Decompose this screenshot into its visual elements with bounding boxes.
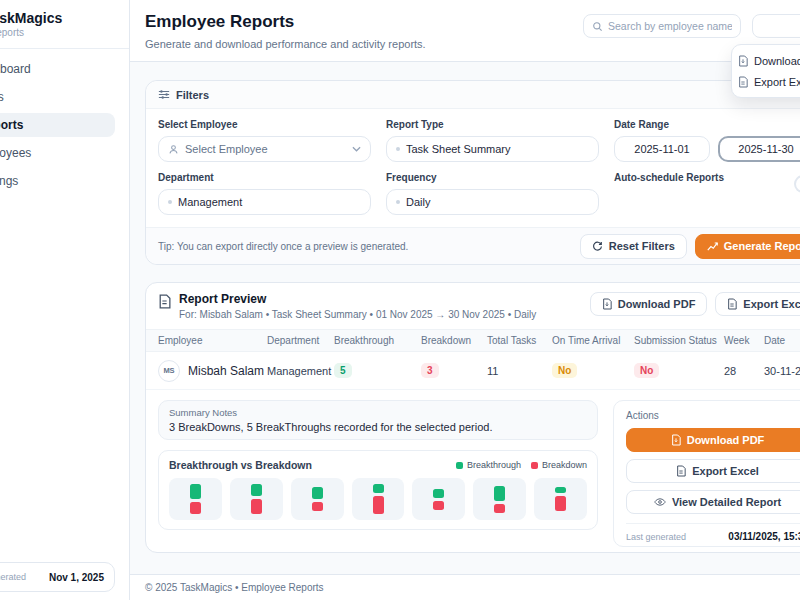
actions-download-pdf-button[interactable]: Download PDF	[626, 428, 800, 452]
employee-name: Misbah Salam	[188, 364, 264, 378]
page-title: Employee Reports	[145, 12, 294, 32]
chart-bars	[169, 478, 587, 520]
sidebar-item-settings[interactable]: Settings	[0, 169, 129, 193]
sidebar-item-label: Dashboard	[0, 57, 31, 81]
sidebar-item-employees[interactable]: Employees	[0, 141, 129, 165]
field-select-employee: Select Employee Select Employee	[158, 119, 371, 162]
table-row[interactable]: MS Misbah Salam Management 5 3 11 No No …	[146, 352, 800, 390]
column-header: Breakdown	[421, 330, 487, 352]
view-detailed-report-button[interactable]: View Detailed Report	[626, 490, 800, 514]
field-label: Frequency	[386, 172, 599, 183]
filters-card: Filters Select Employee Select Employee …	[145, 80, 800, 265]
frequency-value: Daily	[406, 196, 430, 208]
preview-subtitle: For: Misbah Salam • Task Sheet Summary •…	[179, 309, 536, 320]
field-label: Date Range	[614, 119, 800, 130]
field-report-type: Report Type Task Sheet Summary	[386, 119, 599, 162]
sidebar-nav: DashboardTasksReportsEmployeesSettings	[0, 57, 129, 193]
filters-tip: Tip: You can export directly once a prev…	[158, 241, 408, 252]
file-download-icon	[738, 55, 748, 67]
preview-title-block: Report Preview For: Misbah Salam • Task …	[179, 292, 536, 320]
file-sheet-icon	[727, 298, 737, 310]
document-icon	[158, 294, 171, 309]
select-employee-dropdown[interactable]: Select Employee	[158, 136, 371, 162]
sidebar-item-dashboard[interactable]: Dashboard	[0, 57, 129, 81]
last-generated-value: 03/11/2025, 15:30	[728, 531, 800, 542]
breakdown-bar	[251, 499, 262, 514]
field-auto-schedule: Auto-schedule Reports	[614, 172, 800, 215]
chart-title: Breakthrough vs Breakdown	[169, 459, 312, 471]
person-icon	[168, 144, 179, 155]
report-preview-card: Report Preview For: Misbah Salam • Task …	[145, 282, 800, 553]
search-input[interactable]	[608, 20, 732, 32]
column-header: On Time Arrival	[552, 330, 634, 352]
file-download-icon	[671, 434, 681, 446]
breakdown-bar	[433, 501, 444, 510]
report-type-value: Task Sheet Summary	[406, 143, 511, 155]
department-value: Management	[178, 196, 242, 208]
preview-download-pdf-button[interactable]: Download PDF	[590, 292, 708, 316]
field-dot-icon	[396, 147, 400, 151]
bar-group	[169, 478, 222, 520]
breakdown-bar	[494, 504, 505, 513]
column-header: Breakthrough	[334, 330, 421, 352]
chart-card: Breakthrough vs Breakdown Breakthrough B…	[158, 450, 598, 530]
menu-item-export-excel[interactable]: Export Excel	[738, 71, 800, 92]
legend-swatch-red	[531, 462, 538, 469]
sidebar-item-reports[interactable]: Reports	[0, 113, 115, 137]
last-generated-label: Last generated	[626, 532, 686, 542]
select-employee-value: Select Employee	[185, 143, 268, 155]
generate-report-button[interactable]: Generate Report	[695, 234, 800, 259]
sidebar-item-label: Reports	[0, 113, 23, 137]
frequency-dropdown[interactable]: Daily	[386, 189, 599, 215]
actions-export-excel-button[interactable]: Export Excel	[626, 459, 800, 483]
column-header: Employee	[146, 330, 267, 352]
bar-group	[473, 478, 526, 520]
sidebar-item-label: Settings	[0, 169, 18, 193]
actions-card: Actions Download PDF Export Excel	[613, 400, 800, 547]
button-label: Download PDF	[618, 298, 696, 310]
cell-on-time-arrival: No	[552, 352, 634, 390]
export-dropdown-menu: Download PDF Export Excel	[731, 44, 800, 98]
table-header-row: EmployeeDepartmentBreakthroughBreakdownT…	[146, 330, 800, 352]
filters-title: Filters	[176, 89, 209, 101]
department-dropdown[interactable]: Management	[158, 189, 371, 215]
summary-notes-label: Summary Notes	[169, 407, 587, 418]
sidebar-divider	[0, 48, 129, 49]
cell-total-tasks: 11	[487, 352, 552, 390]
report-type-dropdown[interactable]: Task Sheet Summary	[386, 136, 599, 162]
field-department: Department Management	[158, 172, 371, 215]
breakthrough-bar	[190, 484, 201, 499]
reset-filters-button[interactable]: Reset Filters	[580, 234, 687, 259]
date-to-input[interactable]: 2025-11-30	[718, 136, 800, 162]
header-action-button[interactable]	[752, 14, 800, 38]
bar-group	[352, 478, 405, 520]
last-generated-date: Nov 1, 2025	[49, 572, 104, 583]
chart-legend: Breakthrough Breakdown	[456, 460, 587, 470]
date-from-input[interactable]: 2025-11-01	[614, 136, 710, 162]
bar-group	[230, 478, 283, 520]
breakthrough-bar	[373, 484, 384, 493]
legend-breakthrough: Breakthrough	[456, 460, 521, 470]
legend-swatch-green	[456, 462, 463, 469]
column-header: Department	[267, 330, 334, 352]
menu-item-download-pdf[interactable]: Download PDF	[738, 50, 800, 71]
on-time-badge: No	[552, 363, 577, 378]
breakdown-bar	[555, 496, 566, 511]
column-header: Submission Status	[634, 330, 724, 352]
top-bar: Employee Reports Generate and download p…	[130, 0, 800, 62]
filters-header: Filters	[146, 81, 800, 109]
preview-body: Summary Notes 3 BreakDowns, 5 BreakThrou…	[146, 390, 800, 557]
refresh-icon	[592, 241, 603, 252]
cell-week: 28	[724, 352, 764, 390]
button-label: Download PDF	[687, 434, 765, 446]
eye-icon	[654, 497, 666, 507]
sidebar-item-tasks[interactable]: Tasks	[0, 85, 129, 109]
reset-filters-label: Reset Filters	[609, 240, 675, 252]
field-date-range: Date Range 2025-11-01 2025-11-30	[614, 119, 800, 162]
preview-export-excel-button[interactable]: Export Excel	[715, 292, 800, 316]
page-subtitle: Generate and download performance and ac…	[145, 38, 426, 50]
employee-search[interactable]	[583, 14, 741, 38]
actions-footer: Last generated 03/11/2025, 15:30	[626, 523, 800, 542]
breakthrough-bar	[555, 487, 566, 493]
cell-employee: MS Misbah Salam	[146, 352, 267, 390]
